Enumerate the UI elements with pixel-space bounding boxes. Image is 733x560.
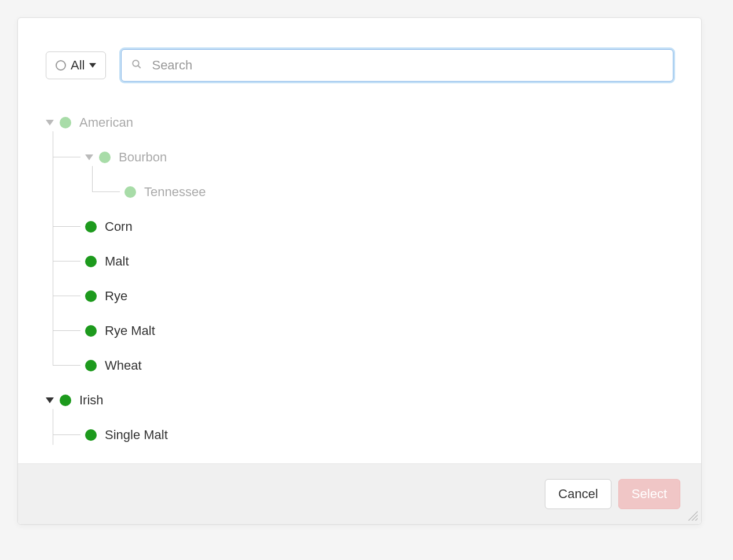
search-input[interactable] [121, 49, 673, 82]
indent-spacer [46, 252, 85, 271]
tree-node[interactable]: Bourbon [46, 148, 673, 167]
tree-node[interactable]: Wheat [46, 356, 673, 375]
tree-node-label: Corn [105, 219, 133, 234]
tree-view: AmericanBourbonTennesseeCornMaltRyeRye M… [46, 113, 673, 445]
tree-node-label: Tennessee [144, 185, 206, 200]
tree-node[interactable]: Irish [46, 390, 673, 410]
indent-spacer [85, 182, 124, 202]
indent-spacer [46, 425, 85, 445]
picker-modal: All AmericanBourbonTennesseeCornMaltRyeR… [17, 17, 702, 525]
select-button[interactable]: Select [618, 479, 680, 509]
indent-spacer [46, 148, 85, 167]
tree-node-label: Rye [105, 289, 127, 304]
tree-node[interactable]: Malt [46, 252, 673, 271]
status-dot-icon [60, 117, 71, 128]
tree-node-label: Single Malt [105, 428, 168, 443]
status-dot-icon [85, 325, 97, 337]
svg-point-0 [133, 60, 140, 67]
chevron-down-icon [89, 63, 96, 68]
tree-node[interactable]: Single Malt [46, 425, 673, 445]
modal-body: All AmericanBourbonTennesseeCornMaltRyeR… [18, 18, 701, 463]
tree-node[interactable]: Rye [46, 286, 673, 306]
cancel-button[interactable]: Cancel [545, 479, 611, 509]
tree-node-label: Malt [105, 254, 129, 269]
tree-node-label: Rye Malt [105, 323, 155, 338]
indent-spacer [46, 182, 85, 202]
indent-spacer [46, 321, 85, 341]
resize-grip-icon[interactable] [686, 509, 698, 521]
disclosure-triangle-icon[interactable] [85, 154, 93, 160]
search-wrap [121, 49, 673, 82]
tree-node-label: American [79, 115, 133, 130]
filter-all-button[interactable]: All [46, 51, 106, 79]
disclosure-triangle-icon[interactable] [46, 397, 54, 403]
circle-outline-icon [56, 60, 66, 71]
tree-node-label: Irish [79, 393, 104, 408]
status-dot-icon [85, 360, 97, 371]
filter-label: All [71, 58, 85, 73]
status-dot-icon [85, 221, 97, 233]
status-dot-icon [60, 395, 71, 406]
tree-node-label: Wheat [105, 358, 142, 373]
status-dot-icon [85, 429, 97, 441]
toolbar: All [46, 49, 673, 82]
disclosure-triangle-icon[interactable] [46, 120, 54, 126]
svg-line-1 [138, 65, 141, 68]
status-dot-icon [85, 290, 97, 302]
search-icon [131, 59, 142, 72]
status-dot-icon [85, 256, 97, 267]
tree-node[interactable]: American [46, 113, 673, 132]
tree-node[interactable]: Rye Malt [46, 321, 673, 341]
status-dot-icon [124, 186, 136, 198]
tree-node[interactable]: Corn [46, 217, 673, 237]
indent-spacer [46, 356, 85, 375]
svg-line-4 [695, 518, 698, 521]
modal-footer: Cancel Select [18, 463, 701, 524]
tree-node-label: Bourbon [119, 150, 167, 165]
indent-spacer [46, 286, 85, 306]
indent-spacer [46, 217, 85, 237]
status-dot-icon [99, 152, 111, 163]
tree-node[interactable]: Tennessee [46, 182, 673, 202]
